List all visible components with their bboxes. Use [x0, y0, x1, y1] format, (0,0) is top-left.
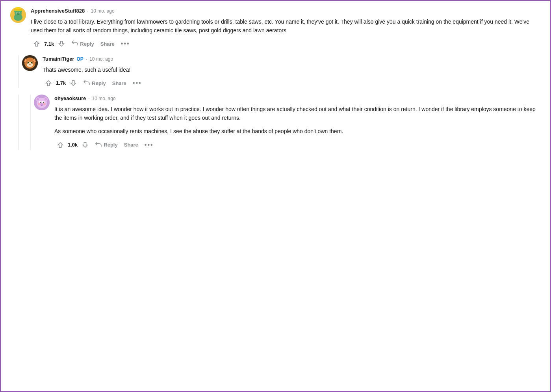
avatar-2: [22, 55, 38, 71]
comment-3-header: ohyeaoksure · 10 mo. ago: [54, 95, 541, 102]
comment-3-wrapper: ohyeaoksure · 10 mo. ago It is an awesom…: [22, 95, 541, 150]
comment-2-username: TumainiTiger: [43, 55, 74, 63]
avatar-2-svg: [22, 55, 38, 71]
comment-3-content: ohyeaoksure · 10 mo. ago It is an awesom…: [34, 95, 541, 150]
svg-point-42: [43, 102, 44, 102]
svg-point-40: [43, 102, 44, 103]
comment-1-body: ApprehensiveStuff828 · 10 mo. ago I live…: [31, 7, 541, 49]
svg-point-36: [45, 98, 47, 100]
avatar-svg: [10, 7, 26, 23]
more-button-2[interactable]: •••: [130, 78, 144, 88]
reply-button[interactable]: Reply: [69, 39, 96, 49]
comment-3-actions: 1.0k Reply: [54, 140, 541, 150]
more-button-3[interactable]: •••: [142, 140, 156, 150]
svg-point-41: [40, 102, 41, 102]
downvote-button-3[interactable]: [79, 140, 91, 150]
svg-point-6: [19, 13, 20, 14]
comment-2-timestamp: 10 mo. ago: [89, 56, 113, 63]
reply-icon-2: [83, 80, 90, 87]
comments-container: ApprehensiveStuff828 · 10 mo. ago I live…: [1, 1, 550, 163]
comment-2-body: TumainiTiger OP · 10 mo. ago Thats aweso…: [43, 55, 541, 88]
comment-2-actions: 1.7k Reply Share •: [43, 78, 541, 88]
svg-point-43: [41, 104, 43, 105]
comment-1-actions: 7.1k Reply Share •••: [31, 39, 541, 49]
more-button[interactable]: •••: [119, 39, 132, 49]
comment-1-header: ApprehensiveStuff828 · 10 mo. ago: [31, 7, 541, 15]
comment-1-upvotes: 7.1k: [44, 40, 54, 48]
comment-3-text-1: It is an awesome idea. I wonder how it w…: [54, 105, 541, 123]
svg-rect-12: [14, 9, 22, 10]
svg-point-45: [43, 103, 46, 105]
svg-point-26: [29, 64, 31, 65]
upvote-button-3[interactable]: [54, 140, 66, 150]
comment-1-text: I live close to a tool library. Everythi…: [31, 17, 541, 35]
share-button-3[interactable]: Share: [122, 140, 141, 149]
comment-3-body: ohyeaoksure · 10 mo. ago It is an awesom…: [54, 95, 541, 150]
svg-point-44: [38, 103, 40, 105]
comment-2-header: TumainiTiger OP · 10 mo. ago: [43, 55, 541, 63]
downvote-icon-2: [70, 80, 77, 87]
comment-1: ApprehensiveStuff828 · 10 mo. ago I live…: [10, 7, 541, 49]
svg-point-25: [32, 62, 32, 63]
comment-1-timestamp: 10 mo. ago: [91, 7, 115, 15]
comment-3-username: ohyeaoksure: [54, 95, 86, 102]
comment-3-upvotes: 1.0k: [68, 141, 78, 149]
reply-button-3[interactable]: Reply: [93, 140, 120, 150]
comment-1-username: ApprehensiveStuff828: [31, 7, 85, 15]
reply-button-2[interactable]: Reply: [81, 78, 108, 88]
svg-point-5: [17, 13, 18, 14]
comment-3-timestamp: 10 mo. ago: [92, 95, 116, 102]
downvote-icon-3: [82, 141, 89, 149]
downvote-icon: [58, 40, 65, 47]
upvote-icon-3: [57, 141, 64, 149]
avatar: [10, 7, 26, 23]
avatar-3-svg: [34, 95, 50, 110]
svg-point-7: [17, 13, 19, 15]
svg-point-24: [28, 62, 29, 63]
downvote-button[interactable]: [56, 39, 67, 49]
reply-icon: [71, 40, 78, 47]
upvote-icon-2: [45, 80, 52, 87]
avatar-3: [34, 95, 50, 110]
thread-line-1: [18, 55, 19, 88]
downvote-button-2[interactable]: [67, 78, 79, 88]
upvote-button[interactable]: [31, 39, 43, 49]
comment-2-upvotes: 1.7k: [56, 79, 66, 87]
comment-2-content: TumainiTiger OP · 10 mo. ago Thats aweso…: [22, 55, 541, 88]
op-badge: OP: [76, 56, 83, 63]
comment-2-text: Thats awesome, such a useful idea!: [43, 65, 541, 74]
svg-point-39: [40, 102, 41, 103]
comment-3-text-2: As someone who occasionally rents machin…: [54, 127, 541, 136]
comment-3-outer-wrapper: ohyeaoksure · 10 mo. ago It is an awesom…: [10, 95, 541, 150]
share-button[interactable]: Share: [98, 39, 117, 48]
comment-2-wrapper: TumainiTiger OP · 10 mo. ago Thats aweso…: [10, 55, 541, 88]
thread-line-3: [30, 95, 31, 150]
thread-line-2: [18, 95, 19, 150]
share-button-2[interactable]: Share: [110, 79, 129, 88]
reply-icon-3: [95, 141, 102, 149]
upvote-icon: [33, 40, 40, 47]
upvote-button-2[interactable]: [43, 78, 54, 88]
svg-point-35: [37, 98, 39, 100]
